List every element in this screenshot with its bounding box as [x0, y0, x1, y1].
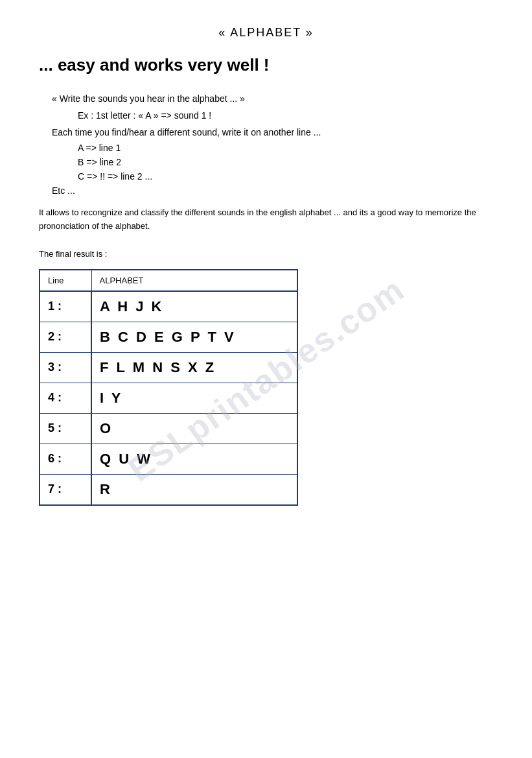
instruction-item-1: A => line 1 [78, 143, 493, 153]
table-row: 6 :Q U W [40, 444, 297, 474]
instruction-line: Each time you find/hear a different soun… [52, 127, 493, 137]
table-row: 7 :R [40, 474, 297, 505]
instruction-ex: Ex : 1st letter : « A » => sound 1 ! [78, 110, 493, 121]
table-cell-letters: B C D E G P T V [91, 322, 297, 352]
table-cell-line: 2 : [40, 322, 91, 352]
page-title: « ALPHABET » [39, 26, 493, 40]
table-row: 4 :I Y [40, 383, 297, 413]
table-cell-line: 4 : [40, 383, 91, 413]
description-text: It allows to recongnize and classify the… [39, 206, 493, 233]
table-header-row: Line ALPHABET [40, 270, 297, 291]
instructions-block: « Write the sounds you hear in the alpha… [52, 93, 493, 196]
table-cell-line: 3 : [40, 352, 91, 383]
table-row: 1 :A H J K [40, 291, 297, 322]
col-line-header: Line [40, 270, 91, 291]
table-cell-line: 5 : [40, 413, 91, 444]
instruction-item-3: C => !! => line 2 ... [78, 171, 493, 182]
table-cell-letters: Q U W [91, 444, 297, 474]
table-row: 3 :F L M N S X Z [40, 352, 297, 383]
final-result-label: The final result is : [39, 249, 493, 259]
instruction-quote: « Write the sounds you hear in the alpha… [52, 93, 493, 104]
table-row: 5 :O [40, 413, 297, 444]
table-cell-letters: I Y [91, 383, 297, 413]
table-cell-line: 7 : [40, 474, 91, 505]
table-cell-line: 6 : [40, 444, 91, 474]
instruction-etc: Etc ... [52, 185, 493, 196]
instruction-item-2: B => line 2 [78, 157, 493, 167]
subtitle: ... easy and works very well ! [39, 55, 493, 75]
col-alphabet-header: ALPHABET [91, 270, 297, 291]
table-cell-letters: F L M N S X Z [91, 352, 297, 383]
table-row: 2 :B C D E G P T V [40, 322, 297, 352]
result-table: Line ALPHABET 1 :A H J K2 :B C D E G P T… [39, 269, 298, 506]
table-cell-letters: A H J K [91, 291, 297, 322]
table-cell-letters: O [91, 413, 297, 444]
table-cell-letters: R [91, 474, 297, 505]
table-cell-line: 1 : [40, 291, 91, 322]
